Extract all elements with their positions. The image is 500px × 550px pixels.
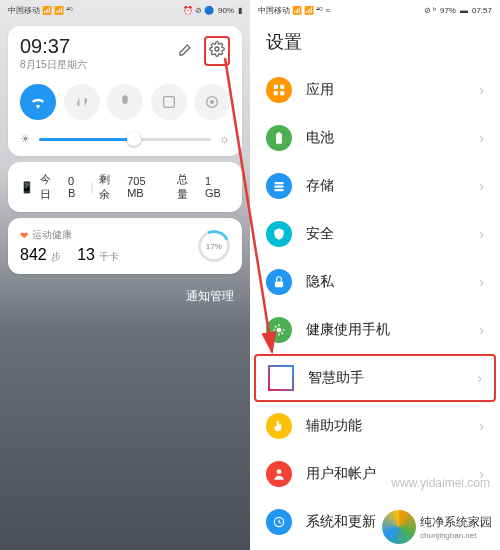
settings-item-health[interactable]: 健康使用手机› [250,306,500,354]
steps-value: 842 [20,246,47,263]
settings-item-access[interactable]: 辅助功能› [250,402,500,450]
svg-point-14 [277,328,282,333]
heart-icon: ❤ [20,230,28,241]
chevron-right-icon: › [479,178,484,194]
settings-item-label: 隐私 [306,273,465,291]
svg-rect-6 [274,91,278,95]
data-usage-card[interactable]: 📱 今日 0 B | 剩余 705 MB 总量 1 GB [8,162,242,212]
auto-rotate-toggle[interactable] [194,84,230,120]
settings-item-label: 安全 [306,225,465,243]
brightness-slider[interactable] [39,138,211,141]
chevron-right-icon: › [479,418,484,434]
chevron-right-icon: › [479,274,484,290]
battery-icon: ▮ [238,6,242,15]
status-bar: 中国移动 📶 📶 ⁴ᴳ ≈ ⊘ ᵇ 97% ▬ 07:57 [250,0,500,20]
health-card[interactable]: ❤运动健康 842 步 13 千卡 17% [8,218,242,274]
brand-logo-icon [382,510,416,544]
settings-screen: 中国移动 📶 📶 ⁴ᴳ ≈ ⊘ ᵇ 97% ▬ 07:57 设置 应用›电池›存… [250,0,500,550]
carrier-label: 中国移动 [258,5,290,16]
battery-percent: 90% [218,6,234,15]
svg-point-3 [210,100,214,104]
system-icon [266,509,292,535]
brightness-low-icon: ☀ [20,132,31,146]
settings-gear-highlight[interactable] [204,36,230,66]
settings-item-about[interactable]: 关于手› [250,546,500,550]
battery-icon [266,125,292,151]
smart-icon [268,365,294,391]
svg-rect-5 [280,85,284,89]
settings-item-smart[interactable]: 智慧助手› [254,354,496,402]
mobile-data-toggle[interactable] [64,84,100,120]
carrier-label: 中国移动 [8,5,40,16]
chevron-right-icon: › [479,322,484,338]
watermark-brand: 纯净系统家园chunjingban.net [382,510,492,544]
remain-value: 705 MB [127,175,165,199]
steps-unit: 步 [51,251,61,262]
settings-item-privacy[interactable]: 隐私› [250,258,500,306]
svg-rect-10 [274,182,283,184]
chevron-right-icon: › [479,82,484,98]
quick-settings-panel: 09:37 8月15日星期六 [8,26,242,156]
svg-rect-8 [276,133,282,144]
svg-rect-11 [274,185,283,187]
settings-item-storage[interactable]: 存储› [250,162,500,210]
settings-item-label: 智慧助手 [308,369,463,387]
watermark-url: www.yidaimei.com [391,476,490,490]
gear-icon [209,41,225,57]
apps-icon [266,77,292,103]
settings-item-users[interactable]: 用户和帐户› [250,450,500,498]
screenshot-toggle[interactable] [151,84,187,120]
notification-panel-screen: 中国移动 📶 📶 ⁴ᴳ ⏰ ⊘ 🔵 90% ▮ 09:37 8月15日星期六 [0,0,250,550]
settings-item-label: 健康使用手机 [306,321,465,339]
today-value: 0 B [68,175,84,199]
settings-item-label: 存储 [306,177,465,195]
svg-rect-12 [274,189,283,191]
settings-item-battery[interactable]: 电池› [250,114,500,162]
sim-icon: 📱 [20,181,34,194]
health-icon [266,317,292,343]
settings-item-label: 应用 [306,81,465,99]
status-time: 07:57 [472,6,492,15]
access-icon [266,413,292,439]
svg-rect-13 [275,281,283,287]
privacy-icon [266,269,292,295]
edit-icon[interactable] [178,41,194,61]
total-value: 1 GB [205,175,230,199]
status-bar: 中国移动 📶 📶 ⁴ᴳ ⏰ ⊘ 🔵 90% ▮ [0,0,250,20]
svg-rect-9 [278,132,280,133]
svg-rect-4 [274,85,278,89]
mute-toggle[interactable] [107,84,143,120]
kcal-value: 13 [77,246,95,263]
remain-label: 剩余 [99,172,121,202]
chevron-right-icon: › [477,370,482,386]
svg-point-0 [215,47,219,51]
chevron-right-icon: › [479,226,484,242]
security-icon [266,221,292,247]
kcal-unit: 千卡 [99,251,119,262]
settings-item-apps[interactable]: 应用› [250,66,500,114]
page-title: 设置 [250,20,500,66]
signal-icons: 📶 📶 ⁴ᴳ [42,6,73,15]
clock-date: 8月15日星期六 [20,58,87,72]
wifi-toggle[interactable] [20,84,56,120]
battery-icon: ▬ [460,6,468,15]
storage-icon [266,173,292,199]
bt-percent: 97% [440,6,456,15]
svg-rect-7 [280,91,284,95]
today-label: 今日 [40,172,62,202]
signal-icons: 📶 📶 ⁴ᴳ ≈ [292,6,330,15]
health-title: 运动健康 [32,228,72,242]
svg-rect-1 [163,97,174,108]
notification-management-link[interactable]: 通知管理 [0,280,250,313]
brightness-high-icon: ☼ [219,132,230,146]
users-icon [266,461,292,487]
status-icons: ⊘ ᵇ [424,6,436,15]
progress-ring: 17% [193,225,234,266]
settings-item-security[interactable]: 安全› [250,210,500,258]
settings-item-label: 辅助功能 [306,417,465,435]
svg-point-15 [277,469,282,474]
total-label: 总量 [177,172,199,202]
clock-time: 09:37 [20,36,87,56]
settings-item-label: 电池 [306,129,465,147]
status-icons: ⏰ ⊘ 🔵 [183,6,214,15]
